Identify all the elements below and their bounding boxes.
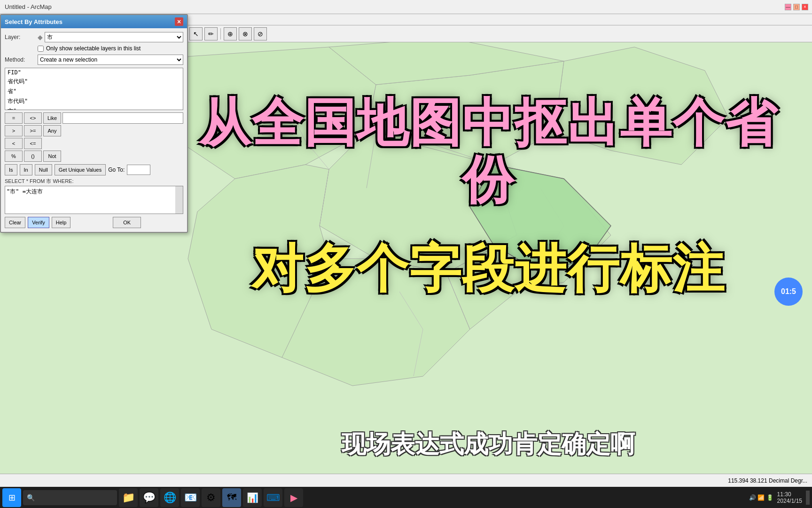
value-input[interactable] (62, 112, 183, 124)
layer-icon: ◆ (38, 33, 43, 41)
overlay-text-bottom: 对多个字段进行标注 (183, 240, 793, 297)
method-row: Method: Create a new selection (5, 55, 183, 65)
arc-btn-3[interactable]: ⊘ (254, 27, 267, 40)
dialog-bottom-row: Clear Verify Help OK (5, 217, 183, 228)
title-bar: Untitled - ArcMap — □ × (0, 0, 812, 14)
taskbar-settings[interactable]: ⚙ (202, 488, 220, 507)
toolbar-sep-3 (220, 28, 221, 40)
maximize-btn[interactable]: □ (793, 4, 800, 10)
op-any[interactable]: Any (43, 125, 61, 136)
null-btn[interactable]: Null (35, 164, 52, 175)
op-not[interactable]: Not (43, 151, 61, 162)
field-city[interactable]: 市" (5, 106, 183, 110)
taskbar-email[interactable]: 📧 (181, 488, 200, 507)
close-btn[interactable]: × (802, 4, 808, 10)
is-in-null-row: Is In Null Get Unique Values Go To: (5, 164, 183, 175)
fields-list[interactable]: FID" 省代码" 省" 市代码" 市" (5, 68, 183, 110)
edit-btn-2[interactable]: ✏ (204, 27, 218, 40)
op-lte[interactable]: <= (24, 138, 42, 149)
coordinates-display: 115.394 38.121 Decimal Degr... (728, 477, 807, 484)
edit-tool-btn[interactable]: ↖ (189, 27, 203, 40)
op-gt[interactable]: > (5, 125, 23, 136)
select-by-attributes-dialog: Select By Attributes × Layer: ◆ 市 Only s… (0, 14, 188, 233)
op-eq[interactable]: = (5, 112, 23, 124)
bottom-left-btns: Clear Verify Help (5, 217, 70, 228)
bilibili-icon: ▶ (290, 492, 297, 503)
file-explorer-icon: 📁 (122, 492, 135, 504)
op-col-3: Like Any Not (43, 112, 61, 162)
taskbar-search-icon: 🔍 (27, 494, 35, 501)
op-empty (43, 138, 61, 149)
taskbar-file-explorer[interactable]: 📁 (119, 488, 138, 507)
taskbar-search[interactable]: 🔍 (23, 490, 117, 505)
overlay-subtitle: 现场表达式成功肯定确定啊 (183, 428, 793, 461)
arc-btn-1[interactable]: ⊕ (224, 27, 237, 40)
taskbar-ppt[interactable]: 📊 (243, 488, 262, 507)
dialog-title: Select By Attributes (5, 18, 62, 25)
window-title: Untitled - ArcMap (5, 3, 52, 10)
sql-scrollbar[interactable] (175, 186, 183, 214)
field-fid[interactable]: FID" (5, 68, 183, 77)
in-btn[interactable]: In (20, 164, 32, 175)
start-btn[interactable]: ⊞ (2, 488, 21, 507)
ok-btn[interactable]: OK (113, 217, 141, 228)
help-btn[interactable]: Help (52, 217, 71, 228)
browser-icon: 🌐 (164, 492, 176, 504)
op-gte[interactable]: >= (24, 125, 42, 136)
operators-section: = > < % <> >= <= () Like Any Not (5, 112, 183, 162)
tray-icons: 🔊 📶 🔋 (749, 494, 773, 501)
layer-label: Layer: (5, 34, 38, 40)
method-label: Method: (5, 56, 38, 63)
overlay-text-top: 从全国地图中抠出单个省份 (183, 94, 793, 208)
op-like[interactable]: Like (43, 112, 61, 124)
op-neq[interactable]: <> (24, 112, 42, 124)
arc-btn-2[interactable]: ⊗ (239, 27, 252, 40)
taskbar-vscode[interactable]: ⌨ (264, 488, 282, 507)
bottom-center: OK (70, 217, 183, 228)
clear-btn[interactable]: Clear (5, 217, 25, 228)
dialog-title-bar: Select By Attributes × (1, 15, 187, 28)
timer-badge: 01:5 (774, 278, 803, 306)
op-paren[interactable]: () (24, 151, 42, 162)
field-province-code[interactable]: 省代码" (5, 77, 183, 87)
sql-label: SELECT * FROM 市 WHERE: (5, 178, 183, 185)
taskbar-browser[interactable]: 🌐 (160, 488, 179, 507)
layer-row: Layer: ◆ 市 (5, 32, 183, 42)
email-icon: 📧 (184, 492, 197, 504)
verify-btn[interactable]: Verify (28, 217, 49, 228)
wechat-icon: 💬 (143, 492, 156, 504)
op-col-2: <> >= <= () (24, 112, 42, 162)
field-province[interactable]: 省" (5, 87, 183, 96)
go-to-label: Go To: (108, 167, 125, 173)
status-bar: 115.394 38.121 Decimal Degr... (0, 474, 812, 487)
arcmap-icon: 🗺 (227, 492, 236, 503)
only-show-label: Only show selectable layers in this list (46, 45, 141, 52)
op-lt[interactable]: < (5, 138, 23, 149)
taskbar: ⊞ 🔍 📁 💬 🌐 📧 ⚙ 🗺 📊 ⌨ ▶ 🔊 📶 🔋 11:302024/1/… (0, 487, 812, 508)
taskbar-arcmap[interactable]: 🗺 (222, 488, 241, 507)
ppt-icon: 📊 (247, 492, 258, 503)
go-to-input[interactable] (127, 165, 150, 175)
clock: 11:302024/1/15 (777, 491, 802, 504)
system-tray: 🔊 📶 🔋 11:302024/1/15 (749, 491, 810, 505)
layer-select[interactable]: 市 (45, 32, 183, 42)
only-show-row: Only show selectable layers in this list (38, 45, 183, 52)
get-unique-btn[interactable]: Get Unique Values (55, 164, 106, 175)
op-col-1: = > < % (5, 112, 23, 162)
show-desktop-btn[interactable] (806, 491, 810, 505)
vscode-icon: ⌨ (266, 492, 280, 503)
taskbar-wechat[interactable]: 💬 (140, 488, 158, 507)
sql-area[interactable]: "市" =大连市 (5, 186, 183, 214)
settings-icon: ⚙ (206, 492, 216, 504)
sql-content: "市" =大连市 (7, 188, 43, 195)
minimize-btn[interactable]: — (785, 4, 791, 10)
is-btn[interactable]: Is (5, 164, 17, 175)
dialog-body: Layer: ◆ 市 Only show selectable layers i… (1, 28, 187, 232)
taskbar-bilibili[interactable]: ▶ (284, 488, 303, 507)
field-city-code[interactable]: 市代码" (5, 96, 183, 106)
method-select[interactable]: Create a new selection (38, 55, 183, 65)
op-mod[interactable]: % (5, 151, 23, 162)
only-show-checkbox[interactable] (38, 46, 44, 52)
dialog-close-btn[interactable]: × (175, 17, 183, 26)
